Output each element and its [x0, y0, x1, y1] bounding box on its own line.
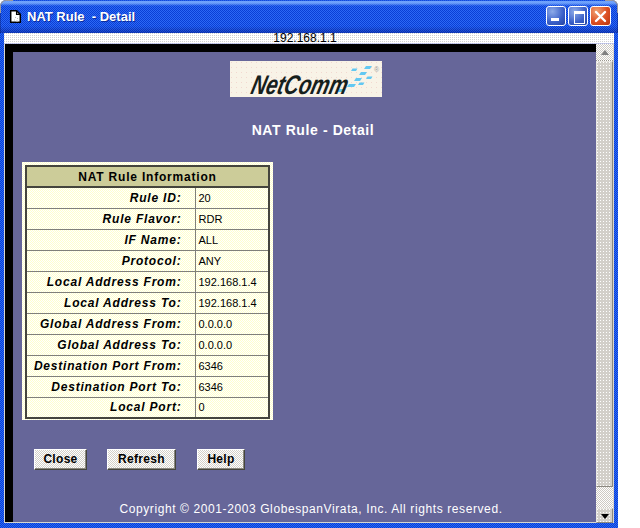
svg-text:NetComm: NetComm — [248, 69, 352, 97]
svg-text:®: ® — [374, 66, 380, 73]
